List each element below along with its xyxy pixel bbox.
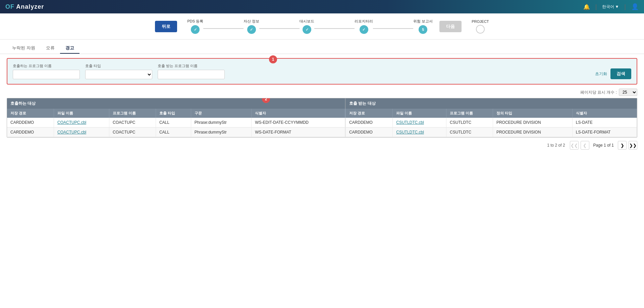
table-body: CARDDEMO COACTUPC.cbl COACTUPC CALL Phra… — [7, 118, 637, 137]
step-line-3 — [314, 28, 355, 29]
col-caller-id: 식별자 — [252, 109, 345, 118]
step-asset: 자산 정보 ✓ — [244, 19, 259, 34]
callee-input[interactable] — [158, 70, 225, 79]
filter-actions: 초기화 검색 — [595, 68, 631, 79]
cell-caller-path: CARDDEMO — [7, 127, 54, 137]
step-risk-circle: 5 — [419, 25, 427, 34]
cell-caller-program: COACTUPC — [109, 118, 156, 127]
cell-caller-path: CARDDEMO — [7, 118, 54, 127]
step-dashboard: 대시보드 ✓ — [300, 19, 314, 34]
step-dashboard-label: 대시보드 — [300, 19, 314, 24]
cell-caller-file[interactable]: COACTUPC.cbl — [54, 127, 109, 137]
tabs: 누락된 자원 오류 경고 — [0, 40, 644, 54]
app-logo: OF Analyzer — [5, 3, 44, 10]
cell-callee-program: CSUTLDTC — [446, 127, 493, 137]
step-pds: PDS 등록 ✓ — [187, 19, 203, 34]
cell-callee-id: LS-DATE-FORMAT — [572, 127, 637, 137]
table-row: CARDDEMO COACTUPC.cbl COACTUPC CALL Phra… — [7, 127, 637, 137]
step-repo: 리포지터리 ✓ — [355, 19, 373, 34]
caller-input[interactable] — [13, 70, 80, 79]
main-content: 호출하는 프로그램 이름 호출 타입 CALL 호출 받는 프로그램 이름 1 … — [0, 54, 644, 308]
step-line-1 — [203, 28, 244, 29]
cell-syntax: Phrase:dummyStr — [191, 127, 251, 137]
col-call-type: 호출 타입 — [156, 109, 191, 118]
language-selector[interactable]: 한국어 ▼ — [602, 4, 619, 10]
tab-error[interactable]: 오류 — [41, 43, 60, 54]
tab-missing[interactable]: 누락된 자원 — [7, 43, 41, 54]
next-button[interactable]: 다음 — [439, 21, 462, 32]
page-first-button[interactable]: ❮❮ — [570, 141, 579, 150]
header-right: 🔔 | 한국어 ▼ | 👤 — [583, 3, 639, 10]
tab-warning[interactable]: 경고 — [60, 43, 79, 54]
cell-caller-id: WS-DATE-FORMAT — [252, 127, 345, 137]
cell-callee-file[interactable]: CSUTLDTC.cbl — [393, 118, 446, 127]
cell-def-type: PROCEDURE DIVISION — [493, 118, 572, 127]
col-callee-id: 식별자 — [572, 109, 637, 118]
pagination-range: 1 to 2 of 2 — [547, 143, 565, 148]
header: OF Analyzer 🔔 | 한국어 ▼ | 👤 — [0, 0, 644, 13]
lang-arrow: ▼ — [615, 4, 619, 9]
group-header-caller: 호출하는 대상 — [7, 98, 345, 109]
per-page-label: 페이지당 표시 개수 : — [580, 90, 617, 95]
table-row: CARDDEMO COACTUPC.cbl COACTUPC CALL Phra… — [7, 118, 637, 127]
cell-callee-path: CARDDEMO — [345, 127, 392, 137]
step-repo-label: 리포지터리 — [355, 19, 373, 24]
step-project-label: PROJECT — [472, 19, 489, 23]
col-caller-path: 저장 경로 — [7, 109, 54, 118]
data-table: 호출하는 대상 호출 받는 대상 저장 경로 파일 이름 프로그램 이름 호출 … — [7, 98, 637, 137]
per-page-row: 페이지당 표시 개수 : 10 25 50 100 — [7, 89, 637, 96]
col-header-row: 저장 경로 파일 이름 프로그램 이름 호출 타입 구문 식별자 저장 경로 파… — [7, 109, 637, 118]
step-project-circle — [476, 25, 485, 34]
step-risk-label: 위험 보고서 — [413, 19, 433, 24]
cell-callee-file[interactable]: CSUTLDTC.cbl — [393, 127, 446, 137]
callee-field: 호출 받는 프로그램 이름 — [158, 63, 225, 79]
reset-button[interactable]: 초기화 — [595, 71, 607, 77]
col-caller-file: 파일 이름 — [54, 109, 109, 118]
cell-syntax: Phrase:dummyStr — [191, 118, 251, 127]
results-table: 2 호출하는 대상 호출 받는 대상 저장 경로 파일 이름 프로그램 이름 호… — [7, 98, 637, 138]
cell-call-type: CALL — [156, 118, 191, 127]
col-def-type: 정의 타입 — [493, 109, 572, 118]
badge-1: 1 — [269, 55, 277, 63]
col-callee-program: 프로그램 이름 — [446, 109, 493, 118]
page-prev-button[interactable]: ❮ — [581, 141, 589, 150]
page-last-button[interactable]: ❯❯ — [629, 141, 637, 150]
call-type-label: 호출 타입 — [85, 63, 152, 68]
search-button[interactable]: 검색 — [610, 68, 631, 79]
cell-def-type: PROCEDURE DIVISION — [493, 127, 572, 137]
filter-box: 호출하는 프로그램 이름 호출 타입 CALL 호출 받는 프로그램 이름 1 … — [7, 58, 637, 85]
step-risk: 위험 보고서 5 — [413, 19, 433, 34]
logo-analyzer: Analyzer — [14, 3, 44, 10]
group-header-callee: 호출 받는 대상 — [345, 98, 637, 109]
caller-field: 호출하는 프로그램 이름 — [13, 63, 80, 79]
pagination-row: 1 to 2 of 2 ❮❮ ❮ Page 1 of 1 ❯ ❯❯ — [7, 141, 637, 150]
user-icon[interactable]: 👤 — [631, 3, 639, 10]
page-next-button[interactable]: ❯ — [618, 141, 627, 150]
group-header-row: 호출하는 대상 호출 받는 대상 — [7, 98, 637, 109]
cell-callee-id: LS-DATE — [572, 118, 637, 127]
col-syntax: 구문 — [191, 109, 251, 118]
col-callee-file: 파일 이름 — [393, 109, 446, 118]
call-type-select[interactable]: CALL — [85, 70, 152, 79]
divider2: | — [624, 3, 626, 10]
step-repo-circle: ✓ — [360, 25, 368, 34]
bell-icon[interactable]: 🔔 — [583, 4, 590, 10]
cell-caller-program: COACTUPC — [109, 127, 156, 137]
per-page-select[interactable]: 10 25 50 100 — [619, 89, 637, 96]
logo-of: OF — [5, 3, 14, 10]
lang-label: 한국어 — [602, 4, 614, 10]
page-current: Page 1 of 1 — [591, 143, 616, 148]
step-pds-circle: ✓ — [191, 25, 200, 34]
step-line-4 — [373, 28, 413, 29]
callee-label: 호출 받는 프로그램 이름 — [158, 63, 225, 68]
caller-label: 호출하는 프로그램 이름 — [13, 63, 80, 68]
cell-caller-file[interactable]: COACTUPC.cbl — [54, 118, 109, 127]
step-project: PROJECT — [472, 19, 489, 34]
step-asset-circle: ✓ — [247, 25, 256, 34]
call-type-field: 호출 타입 CALL — [85, 63, 152, 79]
col-caller-program: 프로그램 이름 — [109, 109, 156, 118]
step-navigation: 뒤로 PDS 등록 ✓ 자산 정보 ✓ 대시보드 ✓ 리포지터리 ✓ 위험 보고… — [0, 13, 644, 40]
back-button[interactable]: 뒤로 — [155, 21, 177, 32]
step-line-2 — [259, 28, 300, 29]
cell-caller-id: WS-EDIT-DATE-CCYYMMDD — [252, 118, 345, 127]
